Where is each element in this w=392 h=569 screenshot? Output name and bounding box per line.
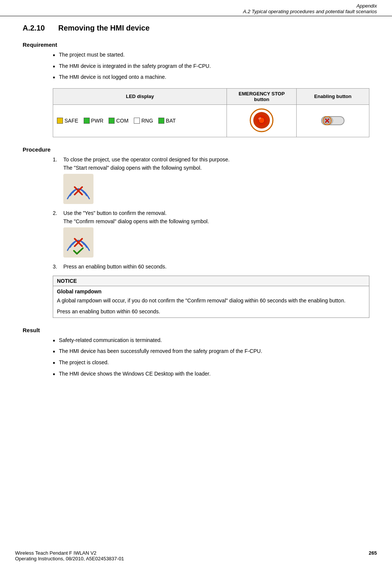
led-table-header-enabling: Enabling button: [297, 88, 369, 104]
page-footer: Wireless Teach Pendant F IWLAN V2 Operat…: [15, 550, 377, 561]
symbol-2: [63, 227, 93, 258]
step-num-1: 1.: [53, 156, 60, 163]
notice-header: NOTICE: [53, 276, 369, 286]
led-rng: RNG: [134, 118, 153, 124]
led-table-header-emergency: EMERGENCY STOP button: [227, 88, 297, 104]
led-indicators: SAFE PWR COM: [57, 118, 223, 124]
step-num-2: 2.: [53, 210, 60, 216]
proc-step-2-header: 2. Use the "Yes" button to confirm the r…: [53, 210, 369, 216]
notice-subheader: Global rampdown: [53, 286, 369, 295]
led-display-cell: SAFE PWR COM: [53, 104, 227, 137]
led-table: LED display EMERGENCY STOP button Enabli…: [53, 88, 369, 137]
led-table-header-led: LED display: [53, 88, 227, 104]
procedure-label: Procedure: [23, 146, 369, 153]
led-com: COM: [109, 118, 129, 124]
header-line1: Appendix: [15, 3, 377, 9]
list-item: The HMI device is not logged onto a mach…: [53, 74, 369, 82]
section-heading: Removing the HMI device: [58, 24, 150, 32]
list-item: The HMI device has been successfully rem…: [53, 348, 369, 356]
enabling-button-icon: [320, 113, 346, 128]
proc-step-3-header: 3. Press an enabling button within 60 se…: [53, 264, 369, 270]
led-bat-box: [158, 118, 164, 124]
symbol-start-removal: [63, 174, 93, 204]
enabling-button-cell: [297, 104, 369, 137]
notice-body-extra: Press an enabling button within 60 secon…: [53, 307, 369, 317]
led-bat: BAT: [158, 118, 176, 124]
led-pwr: PWR: [84, 118, 104, 124]
requirement-list: The project must be started. The HMI dev…: [53, 52, 369, 82]
result-list: Safety-related communication is terminat…: [53, 337, 369, 379]
step-num-3: 3.: [53, 264, 60, 270]
procedure-list: 1. To close the project, use the operato…: [53, 156, 369, 270]
header-line2: A.2 Typical operating procedures and pot…: [15, 9, 377, 14]
proc-step-1: 1. To close the project, use the operato…: [53, 156, 369, 204]
result-label: Result: [23, 327, 369, 333]
led-com-label: COM: [116, 118, 129, 124]
emergency-stop-icon: [248, 107, 275, 133]
led-safe-label: SAFE: [64, 118, 78, 124]
proc-step-2: 2. Use the "Yes" button to confirm the r…: [53, 210, 369, 258]
step-subtext-2: The "Confirm removal" dialog opens with …: [63, 218, 369, 224]
symbol-1: [63, 174, 93, 204]
proc-step-1-header: 1. To close the project, use the operato…: [53, 156, 369, 163]
led-rng-box: [134, 118, 140, 124]
footer-left-line2: Operating Instructions, 08/2010, A5E0245…: [15, 556, 124, 561]
led-rng-label: RNG: [141, 118, 153, 124]
notice-box: NOTICE Global rampdown A global rampdown…: [53, 276, 369, 318]
list-item: The project is closed.: [53, 359, 369, 368]
led-bat-label: BAT: [166, 118, 176, 124]
footer-left: Wireless Teach Pendant F IWLAN V2 Operat…: [15, 550, 124, 561]
led-safe-box: [57, 118, 63, 124]
section-title: A.2.10 Removing the HMI device: [23, 24, 369, 32]
led-safe: SAFE: [57, 118, 78, 124]
step-text-3: Press an enabling button within 60 secon…: [63, 264, 369, 270]
section-number: A.2.10: [23, 24, 45, 32]
step-text-1: To close the project, use the operator c…: [63, 156, 369, 163]
step-subtext-1: The "Start removal" dialog opens with th…: [63, 165, 369, 171]
step-text-2: Use the "Yes" button to confirm the remo…: [63, 210, 369, 216]
footer-left-line1: Wireless Teach Pendant F IWLAN V2: [15, 550, 124, 556]
footer-page-number: 265: [369, 550, 377, 561]
symbol-confirm-removal: [63, 227, 93, 258]
led-pwr-label: PWR: [91, 118, 104, 124]
list-item: The project must be started.: [53, 52, 369, 60]
list-item: The HMI device is integrated in the safe…: [53, 63, 369, 71]
list-item: The HMI device shows the Windows CE Desk…: [53, 371, 369, 379]
led-pwr-box: [84, 118, 90, 124]
list-item: Safety-related communication is terminat…: [53, 337, 369, 345]
page-header: Appendix A.2 Typical operating procedure…: [0, 0, 392, 16]
notice-body: A global rampdown will occur, if you do …: [53, 295, 369, 307]
requirement-label: Requirement: [23, 41, 369, 48]
emergency-stop-cell: [227, 104, 297, 137]
led-com-box: [109, 118, 115, 124]
proc-step-3: 3. Press an enabling button within 60 se…: [53, 264, 369, 270]
